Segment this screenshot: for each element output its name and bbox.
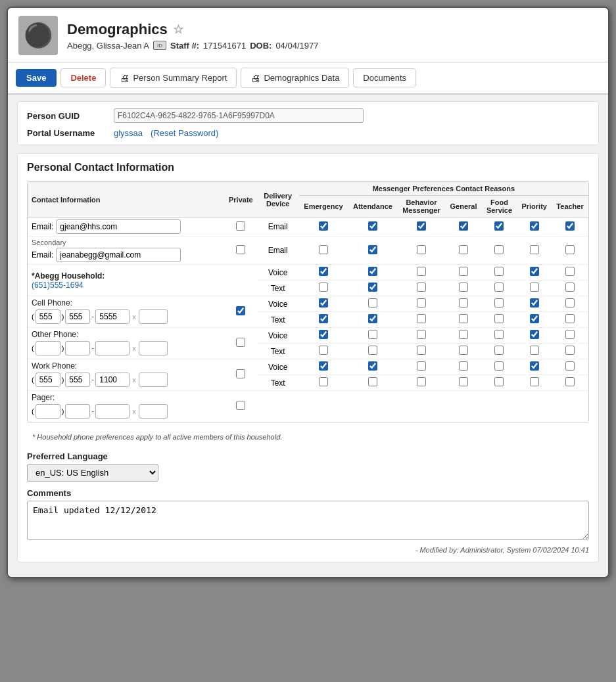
hh-text-priority[interactable] (530, 283, 539, 292)
other-mid-input[interactable] (65, 341, 90, 355)
hh-text-attendance[interactable] (368, 283, 377, 292)
reset-password-link[interactable]: (Reset Password) (151, 128, 218, 138)
portal-username-link[interactable]: glyssaa (114, 128, 143, 138)
hh-voice-emergency[interactable] (319, 267, 328, 276)
cell-voice-attendance[interactable] (368, 298, 377, 307)
email-primary-input[interactable] (56, 219, 181, 234)
teacher-cb-1[interactable] (565, 221, 575, 231)
hh-voice-general[interactable] (459, 267, 468, 276)
private-checkbox-1[interactable] (236, 221, 245, 231)
other-private-checkbox[interactable] (236, 338, 245, 347)
cell-ext-input[interactable] (139, 309, 168, 324)
other-ext-input[interactable] (139, 341, 168, 355)
attendance-cb-1[interactable] (368, 221, 377, 231)
cell-private-checkbox[interactable] (236, 306, 245, 315)
emergency-cb-1[interactable] (319, 221, 328, 231)
work-voice-teacher[interactable] (565, 361, 575, 371)
pager-clear-button[interactable]: x (131, 407, 137, 415)
save-button[interactable]: Save (16, 69, 57, 87)
work-voice-priority[interactable] (530, 361, 539, 371)
emergency-cb-2[interactable] (319, 245, 328, 254)
cell-end-input[interactable] (95, 309, 130, 324)
hh-text-food[interactable] (494, 283, 504, 292)
hh-text-behavior[interactable] (417, 283, 426, 292)
cell-text-teacher[interactable] (565, 314, 575, 323)
documents-button[interactable]: Documents (353, 68, 416, 87)
other-clear-button[interactable]: x (131, 344, 137, 352)
other-text-teacher[interactable] (565, 346, 575, 355)
other-voice-behavior[interactable] (417, 330, 426, 339)
other-voice-attendance[interactable] (368, 330, 377, 339)
preferred-language-select[interactable]: en_US: US English es: Spanish fr: French (27, 464, 158, 482)
pager-ext-input[interactable] (139, 404, 168, 419)
food-cb-1[interactable] (494, 221, 504, 231)
other-voice-emergency[interactable] (319, 330, 328, 339)
cell-area-input[interactable] (36, 309, 60, 324)
hh-voice-food[interactable] (494, 267, 504, 276)
hh-voice-priority[interactable] (530, 267, 539, 276)
other-text-attendance[interactable] (368, 346, 377, 355)
other-voice-teacher[interactable] (565, 330, 575, 339)
cell-text-behavior[interactable] (417, 314, 426, 323)
work-area-input[interactable] (36, 373, 60, 387)
other-text-behavior[interactable] (417, 346, 426, 355)
work-voice-emergency[interactable] (319, 361, 328, 371)
work-voice-food[interactable] (494, 361, 504, 371)
work-text-attendance[interactable] (368, 377, 377, 386)
cell-voice-priority[interactable] (530, 298, 539, 307)
teacher-cb-2[interactable] (565, 245, 575, 254)
work-text-teacher[interactable] (565, 377, 575, 386)
pager-mid-input[interactable] (65, 404, 90, 419)
work-text-priority[interactable] (530, 377, 539, 386)
hh-voice-attendance[interactable] (368, 267, 377, 276)
other-voice-priority[interactable] (530, 330, 539, 339)
cell-text-general[interactable] (459, 314, 468, 323)
work-voice-attendance[interactable] (368, 361, 377, 371)
email-secondary-input[interactable] (56, 248, 181, 262)
food-cb-2[interactable] (494, 245, 504, 254)
cell-voice-behavior[interactable] (417, 298, 426, 307)
attendance-cb-2[interactable] (368, 245, 377, 254)
work-voice-general[interactable] (459, 361, 468, 371)
work-mid-input[interactable] (65, 373, 90, 387)
general-cb-2[interactable] (459, 245, 468, 254)
priority-cb-2[interactable] (530, 245, 539, 254)
hh-voice-behavior[interactable] (417, 267, 426, 276)
demographics-data-button[interactable]: 🖨 Demographics Data (241, 68, 349, 88)
cell-voice-general[interactable] (459, 298, 468, 307)
pager-end-input[interactable] (95, 404, 130, 419)
cell-mid-input[interactable] (65, 309, 90, 324)
cell-text-priority[interactable] (530, 314, 539, 323)
other-text-priority[interactable] (530, 346, 539, 355)
cell-text-emergency[interactable] (319, 314, 328, 323)
other-text-general[interactable] (459, 346, 468, 355)
work-text-food[interactable] (494, 377, 504, 386)
cell-text-attendance[interactable] (368, 314, 377, 323)
person-summary-button[interactable]: 🖨 Person Summary Report (110, 68, 237, 88)
other-text-food[interactable] (494, 346, 504, 355)
household-phone-link[interactable]: (651)555-1694 (32, 281, 83, 290)
other-voice-general[interactable] (459, 330, 468, 339)
cell-voice-emergency[interactable] (319, 298, 328, 307)
cell-voice-food[interactable] (494, 298, 504, 307)
delete-button[interactable]: Delete (60, 68, 106, 87)
other-voice-food[interactable] (494, 330, 504, 339)
cell-text-food[interactable] (494, 314, 504, 323)
work-voice-behavior[interactable] (417, 361, 426, 371)
priority-cb-1[interactable] (530, 221, 539, 231)
private-checkbox-2[interactable] (236, 245, 245, 254)
comments-textarea[interactable]: Email updated 12/12/2012 (27, 501, 589, 540)
other-area-input[interactable] (36, 341, 60, 355)
favorite-icon[interactable]: ☆ (173, 22, 183, 37)
behavior-cb-2[interactable] (417, 245, 426, 254)
work-private-checkbox[interactable] (236, 369, 245, 378)
other-text-emergency[interactable] (319, 346, 328, 355)
pager-private-checkbox[interactable] (236, 401, 245, 410)
other-end-input[interactable] (95, 341, 130, 355)
work-end-input[interactable] (95, 373, 130, 387)
guid-input[interactable] (114, 108, 364, 123)
work-text-behavior[interactable] (417, 377, 426, 386)
work-text-general[interactable] (459, 377, 468, 386)
cell-clear-button[interactable]: x (131, 313, 137, 321)
hh-text-emergency[interactable] (319, 283, 328, 292)
